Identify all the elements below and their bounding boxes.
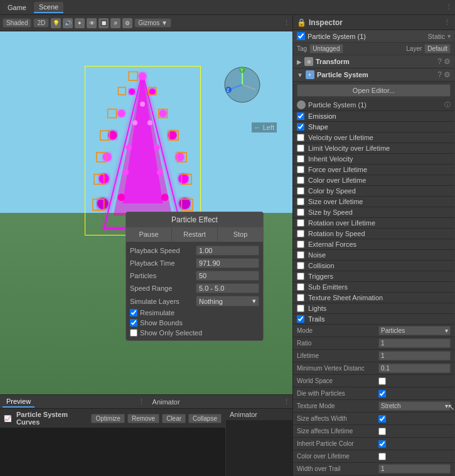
svg-point-21 bbox=[122, 170, 129, 176]
module-inherit-velocity[interactable]: Inherit Velocity bbox=[293, 154, 454, 165]
particles-value[interactable]: 50 bbox=[196, 271, 259, 281]
module-trails[interactable]: Trails bbox=[293, 314, 454, 325]
inherit-color-checkbox[interactable] bbox=[378, 440, 386, 448]
speed-range-value[interactable]: 5.0 - 5.0 bbox=[196, 283, 259, 293]
transform-component-header[interactable]: ▶ ⊕ Transform ? ⚙ bbox=[293, 55, 454, 68]
module-triggers-checkbox[interactable] bbox=[297, 273, 304, 280]
module-limit-velocity[interactable]: Limit Velocity over Lifetime bbox=[293, 143, 454, 154]
texture-mode-dropdown[interactable]: Stretch ▾ ↖ bbox=[378, 401, 451, 411]
playback-time-value[interactable]: 971.90 bbox=[196, 258, 259, 268]
module-color-lifetime-label: Color over Lifetime bbox=[308, 176, 366, 184]
layer-dropdown[interactable]: Default bbox=[424, 44, 451, 53]
module-inherit-velocity-checkbox[interactable] bbox=[297, 155, 304, 163]
scene-more-icon[interactable]: ⋮ bbox=[283, 19, 290, 27]
lifetime-input[interactable]: 1 bbox=[378, 351, 451, 360]
module-texture-sheet-checkbox[interactable] bbox=[297, 294, 304, 301]
module-size-speed-checkbox[interactable] bbox=[297, 208, 304, 216]
module-lights[interactable]: Lights bbox=[293, 303, 454, 314]
module-force-checkbox[interactable] bbox=[297, 166, 304, 173]
mode-dropdown[interactable]: Particles ▾ bbox=[378, 326, 451, 335]
die-particles-checkbox[interactable] bbox=[378, 390, 386, 398]
module-size-speed[interactable]: Size by Speed bbox=[293, 207, 454, 218]
restart-button[interactable]: Restart bbox=[172, 227, 218, 241]
color-over-lifetime-checkbox[interactable] bbox=[378, 453, 386, 460]
module-limit-velocity-checkbox[interactable] bbox=[297, 144, 304, 152]
module-velocity-checkbox[interactable] bbox=[297, 134, 304, 141]
module-color-speed-checkbox[interactable] bbox=[297, 187, 304, 195]
module-shape[interactable]: Shape bbox=[293, 122, 454, 133]
module-emission[interactable]: Emission bbox=[293, 111, 454, 122]
min-vertex-input[interactable]: 0.1 bbox=[378, 364, 451, 373]
inspector-more-icon[interactable]: ⋮ bbox=[444, 18, 451, 26]
ps-help-button[interactable]: ? bbox=[437, 70, 442, 79]
module-velocity[interactable]: Velocity over Lifetime bbox=[293, 133, 454, 143]
particle-system-component-header[interactable]: ▼ ✦ Particle System ? ⚙ bbox=[293, 68, 454, 82]
module-size-lifetime-checkbox[interactable] bbox=[297, 198, 304, 205]
module-emission-checkbox[interactable] bbox=[297, 112, 304, 120]
module-lights-checkbox[interactable] bbox=[297, 305, 304, 312]
module-rotation-lifetime[interactable]: Rotation over Lifetime bbox=[293, 218, 454, 229]
2d-toggle[interactable]: 2D bbox=[33, 18, 49, 28]
grid-icon[interactable]: # bbox=[110, 18, 120, 28]
tab-animator[interactable]: Animator bbox=[153, 398, 180, 406]
show-only-checkbox[interactable] bbox=[130, 329, 137, 337]
module-texture-sheet[interactable]: Texture Sheet Animation bbox=[293, 293, 454, 303]
scene-options-icon[interactable]: ⋮ bbox=[446, 3, 452, 11]
gizmos-label[interactable]: Gizmos ▼ bbox=[134, 18, 171, 28]
show-bounds-checkbox[interactable] bbox=[130, 319, 137, 327]
scene-vis-icon[interactable]: 🔲 bbox=[99, 18, 109, 28]
ratio-input[interactable]: 1 bbox=[378, 338, 451, 348]
light-icon[interactable]: 💡 bbox=[51, 18, 61, 28]
fx-icon[interactable]: ✦ bbox=[75, 18, 85, 28]
module-rotation-lifetime-checkbox[interactable] bbox=[297, 219, 304, 227]
module-size-lifetime[interactable]: Size over Lifetime bbox=[293, 197, 454, 207]
module-collision-checkbox[interactable] bbox=[297, 262, 304, 269]
playback-speed-value[interactable]: 1.00 bbox=[196, 246, 259, 256]
gizmos-dropdown[interactable]: ⚙ bbox=[122, 18, 132, 28]
tab-preview[interactable]: Preview bbox=[3, 396, 35, 408]
transform-icon: ⊕ bbox=[304, 57, 313, 66]
pause-button[interactable]: Pause bbox=[126, 227, 172, 241]
module-triggers[interactable]: Triggers bbox=[293, 271, 454, 282]
module-noise[interactable]: Noise bbox=[293, 250, 454, 261]
module-color-lifetime[interactable]: Color over Lifetime bbox=[293, 175, 454, 186]
module-noise-checkbox[interactable] bbox=[297, 251, 304, 259]
preview-more-icon[interactable]: ⋮ bbox=[138, 398, 145, 406]
transform-help-button[interactable]: ? bbox=[437, 57, 442, 66]
resimulate-checkbox[interactable] bbox=[130, 309, 137, 316]
module-force[interactable]: Force over Lifetime bbox=[293, 165, 454, 175]
module-collision[interactable]: Collision bbox=[293, 261, 454, 271]
module-sub-emitters[interactable]: Sub Emitters bbox=[293, 282, 454, 293]
remove-button[interactable]: Remove bbox=[127, 414, 159, 423]
transform-settings-button[interactable]: ⚙ bbox=[444, 57, 451, 66]
animator-more-icon[interactable]: ⋮ bbox=[283, 398, 290, 406]
tab-game[interactable]: Game bbox=[3, 3, 31, 13]
optimize-button[interactable]: Optimize bbox=[91, 414, 124, 423]
collapse-button[interactable]: Collapse bbox=[188, 414, 222, 423]
stop-button[interactable]: Stop bbox=[218, 227, 263, 241]
module-shape-checkbox[interactable] bbox=[297, 123, 304, 131]
audio-icon[interactable]: 🔊 bbox=[63, 18, 73, 28]
module-external-forces-checkbox[interactable] bbox=[297, 241, 304, 248]
tab-scene[interactable]: Scene bbox=[34, 2, 63, 13]
tag-dropdown[interactable]: Untagged bbox=[309, 44, 343, 53]
scene-view-icon[interactable]: 👁 bbox=[87, 18, 97, 28]
object-active-checkbox[interactable] bbox=[297, 32, 305, 40]
width-trail-input[interactable]: 1 bbox=[378, 464, 451, 473]
ps-settings-button[interactable]: ⚙ bbox=[444, 70, 451, 79]
world-space-checkbox[interactable] bbox=[378, 377, 386, 385]
size-width-checkbox[interactable] bbox=[378, 415, 386, 423]
module-trails-checkbox[interactable] bbox=[297, 315, 304, 323]
module-color-speed[interactable]: Color by Speed bbox=[293, 186, 454, 197]
module-rotation-speed-checkbox[interactable] bbox=[297, 230, 304, 237]
size-lifetime-checkbox[interactable] bbox=[378, 428, 386, 435]
module-external-forces[interactable]: External Forces bbox=[293, 239, 454, 250]
module-color-lifetime-checkbox[interactable] bbox=[297, 176, 304, 184]
static-dropdown[interactable]: ▾ bbox=[447, 33, 451, 40]
simulate-dropdown[interactable]: Nothing ▾ bbox=[196, 296, 259, 306]
shading-dropdown[interactable]: Shaded bbox=[3, 18, 31, 28]
module-rotation-speed[interactable]: Rotation by Speed bbox=[293, 229, 454, 239]
clear-button[interactable]: Clear bbox=[162, 414, 186, 423]
open-editor-button[interactable]: Open Editor... bbox=[297, 84, 451, 97]
module-sub-emitters-checkbox[interactable] bbox=[297, 283, 304, 291]
